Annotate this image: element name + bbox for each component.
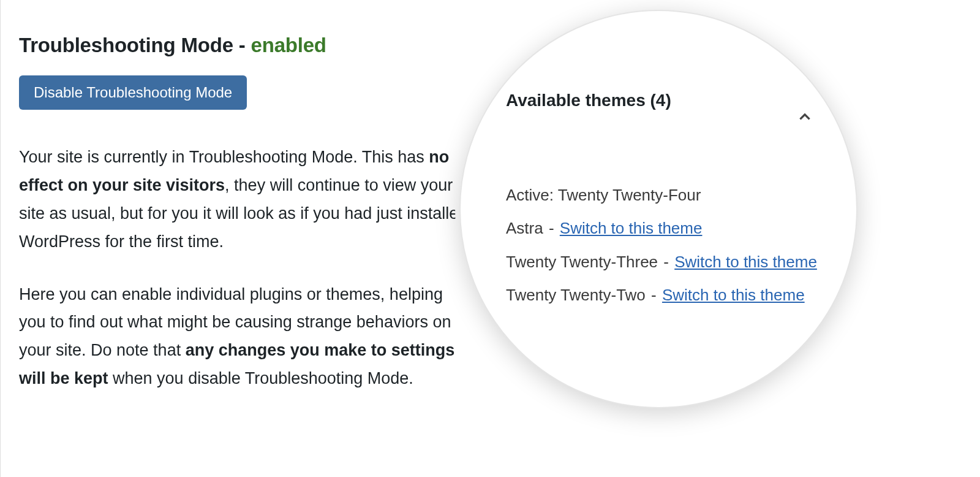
theme-row: Twenty Twenty-Two - Switch to this theme [506, 284, 824, 306]
theme-name: Twenty Twenty-Two [506, 286, 646, 304]
switch-theme-link[interactable]: Switch to this theme [662, 286, 805, 304]
disable-troubleshooting-button[interactable]: Disable Troubleshooting Mode [19, 75, 247, 110]
chevron-up-icon [796, 108, 813, 125]
active-theme-name: Twenty Twenty-Four [558, 186, 701, 204]
mode-status: enabled [251, 34, 326, 56]
theme-row: Astra - Switch to this theme [506, 217, 824, 239]
description-paragraph-2: Here you can enable individual plugins o… [19, 281, 472, 394]
title-prefix: Troubleshooting Mode - [19, 34, 251, 56]
theme-name: Twenty Twenty-Three [506, 253, 658, 271]
magnified-lens: Available themes (4) Active: Twenty Twen… [459, 10, 858, 408]
page-title: Troubleshooting Mode - enabled [19, 34, 472, 57]
active-theme-line: Active: Twenty Twenty-Four [506, 184, 824, 206]
switch-theme-link[interactable]: Switch to this theme [674, 253, 817, 271]
theme-row: Twenty Twenty-Three - Switch to this the… [506, 251, 824, 273]
description-paragraph-1: Your site is currently in Troubleshootin… [19, 143, 472, 256]
theme-name: Astra [506, 219, 543, 237]
lens-available-themes-heading[interactable]: Available themes (4) [506, 91, 824, 110]
switch-theme-link[interactable]: Switch to this theme [560, 219, 703, 237]
